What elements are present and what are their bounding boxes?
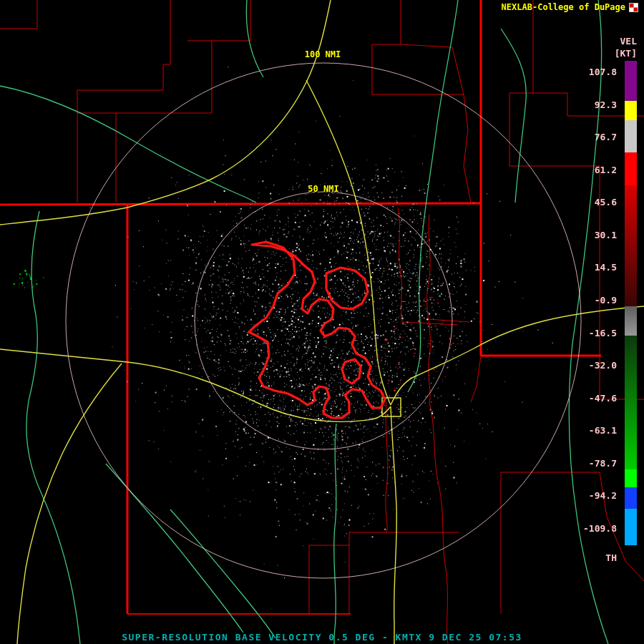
product-caption: SUPER-RESOLUTION BASE VELOCITY 0.5 DEG -… (0, 632, 644, 643)
storm-outline-east (326, 268, 368, 309)
colorbar-tick-label: 45.6 (595, 197, 617, 208)
colorbar-segment (625, 306, 637, 336)
colorbar-tick-label: 30.1 (595, 229, 617, 240)
colorbar-tick-label: -16.5 (589, 327, 617, 338)
colorbar-threshold-label: TH (605, 552, 617, 563)
colorbar-tick-label: -109.8 (583, 522, 617, 533)
colorbar-units: [KT] (615, 48, 637, 59)
colorbar-tick-label: -63.1 (589, 425, 617, 436)
colorbar-tick-label: -78.7 (589, 457, 617, 468)
storm-outlines (249, 242, 385, 418)
colorbar-segment (625, 487, 637, 509)
storm-outline-main (249, 242, 385, 418)
radar-display: NEXLAB-College of DuPage VEL [KT] 107.89… (0, 0, 644, 644)
colorbar-segment (625, 336, 637, 469)
colorbar-segment (625, 509, 637, 545)
range-ring-label: 100 NMI (305, 49, 341, 59)
colorbar-tick-label: 107.8 (589, 67, 617, 77)
colorbar-tick-label: 76.7 (595, 132, 617, 142)
colorbar-segment (625, 61, 637, 101)
colorbar-segment (625, 120, 637, 152)
colorbar-tick-label: 61.2 (595, 164, 617, 175)
colorbar-segment (625, 101, 637, 120)
storm-contour-layer (0, 0, 644, 644)
colorbar-tick-label: 92.3 (595, 99, 617, 109)
storm-outline-small (342, 359, 361, 384)
colorbar-segment (625, 185, 637, 306)
colorbar-tick-label: -32.0 (589, 360, 617, 371)
checkerboard-icon[interactable] (629, 3, 638, 12)
colorbar-segment (625, 152, 637, 185)
brand-link[interactable]: NEXLAB-College of DuPage (502, 2, 625, 12)
range-ring-label: 50 NMI (308, 184, 338, 194)
colorbar-tick-label: 14.5 (595, 262, 617, 273)
colorbar-tick-label: -0.9 (595, 294, 617, 305)
colorbar-title: VEL (620, 36, 637, 47)
colorbar-tick-label: -47.6 (589, 392, 617, 403)
colorbar-segment (625, 469, 637, 487)
colorbar-tick-label: -94.2 (589, 490, 617, 501)
colorbar-gradient (625, 61, 637, 545)
